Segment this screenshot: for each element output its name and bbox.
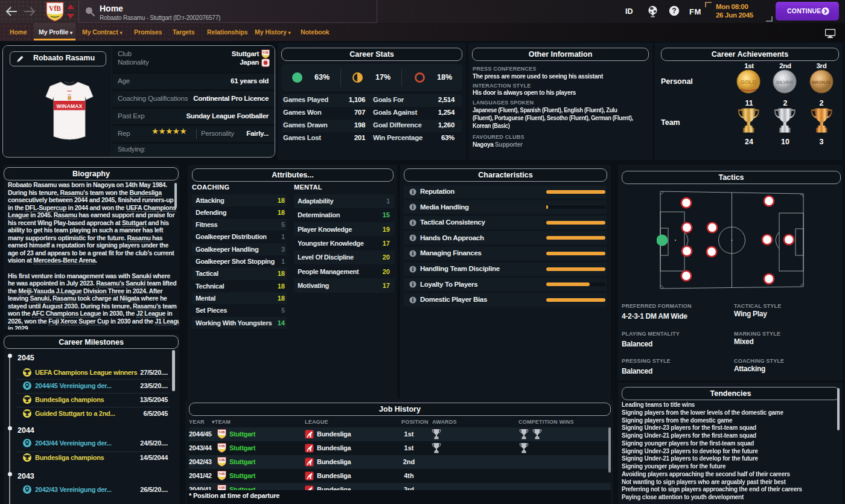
svg-text:xxx: xxx xyxy=(68,94,71,96)
svg-text:VfB: VfB xyxy=(219,430,225,434)
svg-text:BRONZE: BRONZE xyxy=(812,80,831,85)
svg-text:VfB: VfB xyxy=(219,472,225,476)
svg-text:SILVER: SILVER xyxy=(776,80,794,85)
svg-text:VfB: VfB xyxy=(219,458,225,462)
svg-text:VfB: VfB xyxy=(263,51,269,54)
svg-text:Jako: Jako xyxy=(67,90,72,92)
svg-text:?: ? xyxy=(672,7,676,15)
svg-text:VfB: VfB xyxy=(219,486,225,490)
svg-text:WINAMAX: WINAMAX xyxy=(57,103,83,109)
svg-text:VfB: VfB xyxy=(49,5,61,12)
svg-text:VfB: VfB xyxy=(219,444,225,448)
svg-text:GOLD: GOLD xyxy=(741,79,756,85)
